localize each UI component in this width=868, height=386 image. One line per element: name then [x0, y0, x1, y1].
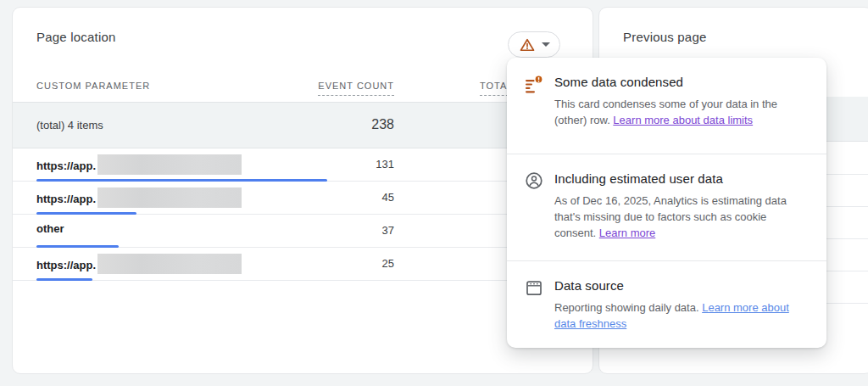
table-row: https://app. 131 [13, 148, 593, 182]
chevron-down-icon [542, 42, 550, 47]
total-row-label: (total) 4 items [36, 119, 103, 131]
data-quality-chip[interactable] [508, 31, 560, 58]
total-row: (total) 4 items 238 [13, 103, 593, 148]
row-label: https://app. [36, 159, 96, 172]
redacted-block [97, 254, 242, 274]
redacted-block [97, 187, 242, 208]
row-event-count: 25 [382, 257, 394, 270]
popover-section-title: Including estimated user data [554, 171, 809, 186]
popover-section-title: Some data condensed [554, 75, 809, 89]
data-quality-popover: Some data condensed This card condenses … [507, 58, 826, 348]
row-event-count: 37 [382, 224, 394, 237]
redacted-block [97, 154, 242, 175]
calendar-icon [524, 277, 544, 298]
column-header-event-count[interactable]: EVENT COUNT [318, 81, 394, 96]
row-label: other [36, 222, 64, 235]
page-title: Previous page [623, 30, 707, 44]
row-label: https://app. [36, 259, 96, 271]
table-row: https://app. 45 [13, 182, 593, 215]
row-event-count: 131 [376, 158, 394, 171]
table-header: CUSTOM PARAMETER EVENT COUNT TOTAL [13, 76, 593, 103]
value-bar [36, 278, 92, 281]
table-row: other 37 [13, 215, 593, 248]
learn-more-data-limits-link[interactable]: Learn more about data limits [613, 114, 753, 126]
table-row: https://app. 25 [13, 248, 593, 281]
warning-triangle-icon [519, 36, 536, 53]
popover-section-estimated-data: Including estimated user data As of Dec … [507, 154, 826, 260]
table-rows: https://app. 131 https://app. 45 other 3… [13, 148, 593, 281]
row-event-count: 45 [382, 191, 394, 204]
column-header-custom-parameter: CUSTOM PARAMETER [36, 81, 150, 91]
popover-section-data-source: Data source Reporting showing daily data… [507, 260, 826, 348]
popover-section-body: As of Dec 16, 2025, Analytics is estimat… [554, 194, 787, 239]
total-event-count: 238 [371, 117, 394, 132]
page-title: Page location [36, 30, 116, 44]
popover-section-title: Data source [554, 278, 809, 293]
estimated-user-data-icon [524, 171, 544, 191]
popover-section-body: Reporting showing daily data. [554, 301, 702, 314]
condensed-data-icon [524, 74, 544, 94]
learn-more-link[interactable]: Learn more [599, 227, 655, 239]
popover-section-condensed: Some data condensed This card condenses … [507, 58, 826, 154]
row-label: https://app. [36, 193, 96, 205]
